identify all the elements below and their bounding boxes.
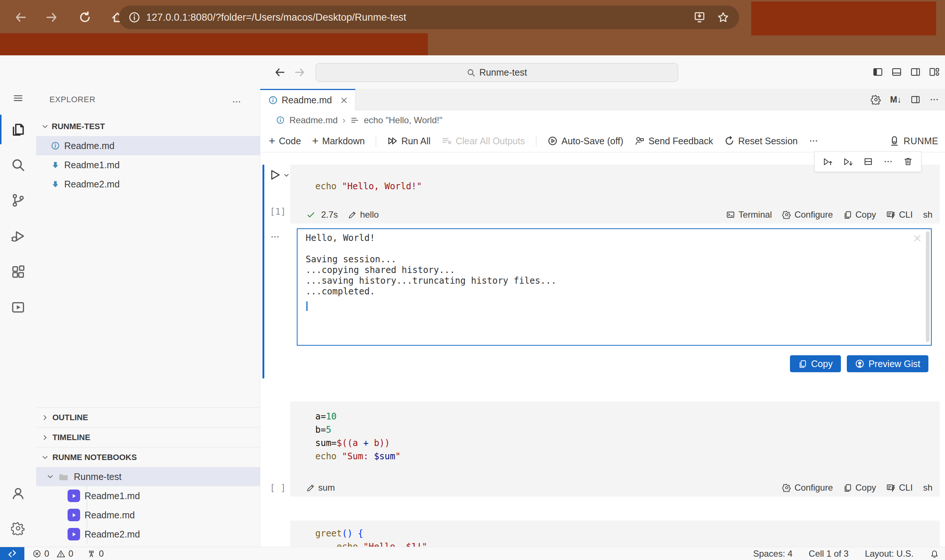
site-info-icon[interactable] — [128, 11, 140, 23]
cell-position-status[interactable]: Cell 1 of 3 — [809, 549, 849, 559]
cell-language[interactable]: sh — [923, 209, 933, 220]
notebook-file-row[interactable]: Readme2.md — [36, 525, 260, 544]
run-debug-icon[interactable] — [0, 223, 36, 249]
output-menu-icon[interactable] — [270, 232, 280, 242]
editor-more-actions-icon[interactable] — [930, 95, 939, 105]
address-url[interactable]: 127.0.0.1:8080/?folder=/Users/macos/Desk… — [146, 12, 693, 23]
notebook-folder-row[interactable]: Runme-test — [36, 467, 260, 486]
explorer-icon[interactable] — [0, 117, 36, 142]
notebook-file-row[interactable]: Readme.md — [36, 505, 260, 525]
cli-action[interactable]: CLI — [886, 209, 913, 220]
section-label: OUTLINE — [52, 413, 88, 422]
section-label: RUNME NOTEBOOKS — [52, 453, 137, 462]
gear-icon — [782, 210, 791, 219]
auto-save-button[interactable]: Auto-Save (off) — [547, 136, 623, 146]
search-view-icon[interactable] — [0, 152, 36, 178]
notebook-toolbar: +Code +Markdown Run All Clear All Output… — [260, 130, 945, 152]
cell2-editor[interactable]: a=10 b=5 sum=$((a + b)) echo "Sum: $sum"… — [290, 402, 940, 497]
workspace-header[interactable]: RUNME-TEST — [36, 117, 260, 136]
run-all-button[interactable]: Run All — [387, 136, 430, 146]
file-row-readme[interactable]: Readme.md — [36, 136, 260, 155]
explorer-more-actions-icon[interactable] — [232, 97, 241, 107]
cell3-code[interactable]: greet() { echo "Hello, $1!" — [315, 527, 427, 547]
split-cell-icon[interactable] — [863, 157, 873, 166]
notebook-gear-icon[interactable] — [871, 94, 881, 105]
breadcrumb-file[interactable]: Readme.md — [290, 115, 338, 125]
run-cell-button[interactable] — [269, 169, 282, 181]
keyboard-layout-status[interactable]: Layout: U.S. — [865, 549, 914, 559]
copy-action[interactable]: Copy — [843, 483, 876, 493]
toggle-panel-icon[interactable] — [891, 66, 902, 77]
history-back-button[interactable] — [274, 66, 286, 78]
plus-icon: + — [269, 135, 275, 147]
section-outline[interactable]: OUTLINE — [36, 407, 260, 427]
add-code-button[interactable]: +Code — [269, 135, 301, 147]
markdown-preview-icon[interactable]: M↓ — [890, 95, 902, 105]
account-icon[interactable] — [0, 480, 36, 506]
terminal-action[interactable]: Terminal — [726, 209, 772, 220]
command-center[interactable]: Runme-test — [316, 63, 678, 82]
menu-hamburger-icon[interactable] — [0, 87, 36, 109]
broadcast-icon — [87, 549, 96, 558]
output-close-icon[interactable] — [913, 234, 922, 243]
ports-indicator[interactable]: 0 — [87, 549, 104, 559]
cli-action[interactable]: CLI — [886, 483, 913, 493]
runme-view-icon[interactable] — [0, 294, 36, 320]
notifications-bell-icon[interactable] — [930, 549, 939, 558]
install-app-icon[interactable] — [693, 11, 706, 24]
reset-session-button[interactable]: Reset Session — [724, 136, 798, 146]
output-scrollbar[interactable] — [926, 231, 930, 342]
toolbar-more-icon[interactable] — [809, 136, 819, 146]
delete-cell-icon[interactable] — [903, 157, 913, 166]
file-row-readme2[interactable]: Readme2.md — [36, 174, 260, 194]
cell-name[interactable]: sum — [307, 483, 335, 493]
tab-close-icon[interactable] — [340, 96, 348, 105]
cell2-code[interactable]: a=10 b=5 sum=$((a + b)) echo "Sum: $sum" — [315, 410, 401, 463]
vscode-window: Runme-test EXPLORER — [0, 55, 945, 560]
breadcrumb-cell[interactable]: echo "Hello, World!" — [364, 115, 442, 125]
feedback-person-icon — [635, 136, 645, 146]
cell-name[interactable]: hello — [348, 209, 379, 220]
browser-reload-button[interactable] — [78, 11, 91, 24]
customize-layout-icon[interactable] — [929, 66, 940, 77]
history-forward-button[interactable] — [294, 66, 306, 78]
split-editor-icon[interactable] — [910, 94, 920, 105]
toggle-sidebar-icon[interactable] — [872, 66, 883, 77]
configure-action[interactable]: Configure — [782, 483, 833, 493]
section-runme-notebooks[interactable]: RUNME NOTEBOOKS — [36, 447, 260, 467]
toggle-secondary-sidebar-icon[interactable] — [910, 66, 921, 77]
copy-action[interactable]: Copy — [843, 209, 876, 220]
cell-language[interactable]: sh — [923, 483, 933, 493]
cell1-code[interactable]: echo "Hello, World!" — [315, 182, 422, 191]
bookmark-star-icon[interactable] — [717, 11, 729, 24]
chevron-down-icon — [42, 454, 49, 461]
clear-all-outputs-button[interactable]: Clear All Outputs — [441, 136, 525, 146]
configure-action[interactable]: Configure — [782, 209, 833, 220]
cell3-editor[interactable]: greet() { echo "Hello, $1!" — [290, 520, 940, 547]
problems-indicator[interactable]: 0 0 — [32, 549, 74, 559]
cell1-editor[interactable]: echo "Hello, World!" 2.7s hello Terminal… — [290, 165, 940, 223]
file-row-readme1[interactable]: Readme1.md — [36, 155, 260, 174]
chevron-right-icon — [42, 414, 49, 421]
execute-below-icon[interactable] — [843, 157, 853, 167]
cell-more-icon[interactable] — [883, 157, 893, 166]
section-timeline[interactable]: TIMELINE — [36, 427, 260, 447]
tab-readme[interactable]: Readme.md — [260, 89, 356, 110]
add-markdown-button[interactable]: +Markdown — [312, 135, 365, 147]
browser-back-button[interactable] — [14, 11, 27, 24]
notebook-file-row[interactable]: Readme1.md — [36, 486, 260, 505]
markdown-info-icon — [268, 95, 277, 105]
source-control-icon[interactable] — [0, 188, 36, 213]
send-feedback-button[interactable]: Send Feedback — [635, 136, 713, 146]
run-options-chevron-icon[interactable] — [283, 172, 290, 178]
preview-gist-button[interactable]: Preview Gist — [847, 355, 928, 372]
execute-above-icon[interactable] — [823, 157, 833, 167]
cell1-output-terminal[interactable]: Hello, World! Saving session... ...copyi… — [297, 228, 932, 346]
address-bar[interactable]: 127.0.0.1:8080/?folder=/Users/macos/Desk… — [119, 6, 739, 29]
settings-gear-icon[interactable] — [0, 515, 36, 541]
extensions-icon[interactable] — [0, 259, 36, 285]
indent-status[interactable]: Spaces: 4 — [753, 549, 792, 559]
copy-output-button[interactable]: Copy — [790, 355, 840, 372]
remote-indicator[interactable] — [0, 547, 25, 560]
browser-forward-button[interactable] — [45, 11, 58, 24]
